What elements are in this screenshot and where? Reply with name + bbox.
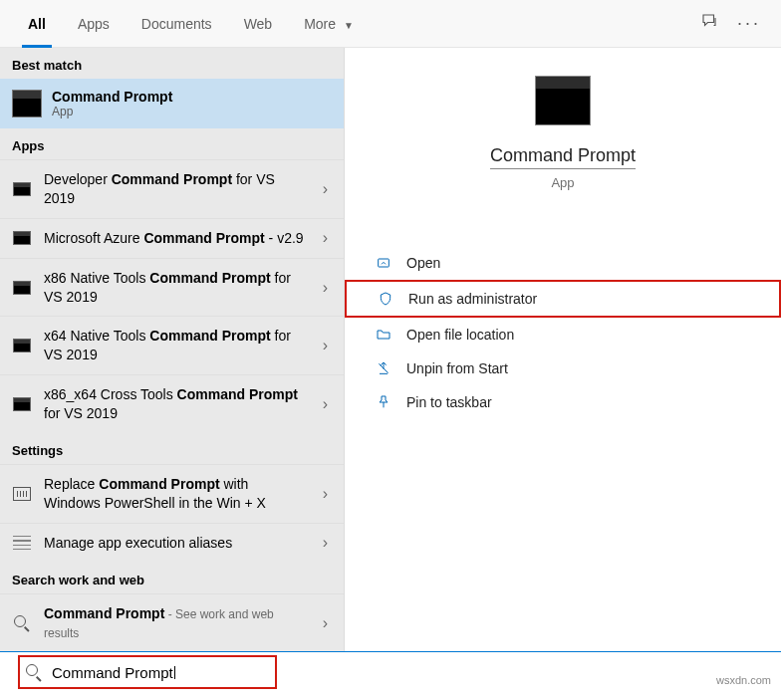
chevron-right-icon[interactable]: › (319, 534, 332, 552)
settings-result-label: Replace Command Prompt with Windows Powe… (44, 475, 307, 513)
tab-apps[interactable]: Apps (62, 0, 126, 48)
chevron-down-icon: ▼ (344, 20, 354, 31)
best-match-result[interactable]: Command Prompt App (0, 79, 344, 128)
settings-result-replace[interactable]: Replace Command Prompt with Windows Powe… (0, 464, 344, 523)
shield-icon (377, 290, 394, 308)
section-work-web: Search work and web (0, 563, 344, 593)
action-label: Pin to taskbar (406, 394, 492, 410)
search-icon (26, 664, 42, 680)
apps-result[interactable]: Developer Command Prompt for VS 2019 › (0, 159, 344, 218)
web-result-label: Command Prompt - See work and web result… (44, 604, 307, 642)
apps-result[interactable]: x64 Native Tools Command Prompt for VS 2… (0, 316, 344, 374)
open-icon (375, 254, 392, 272)
folder-icon (375, 326, 392, 344)
chevron-right-icon[interactable]: › (319, 485, 332, 503)
chevron-right-icon[interactable]: › (319, 229, 332, 247)
terminal-icon (13, 339, 31, 352)
command-prompt-icon (12, 90, 42, 117)
tab-more-label: More (304, 16, 336, 32)
apps-result-label: Microsoft Azure Command Prompt - v2.9 (44, 229, 307, 248)
chevron-right-icon[interactable]: › (319, 614, 332, 632)
action-open[interactable]: Open (345, 246, 781, 280)
web-result[interactable]: Command Prompt - See work and web result… (0, 593, 344, 642)
action-label: Open (406, 255, 440, 271)
best-match-subtitle: App (52, 105, 172, 118)
search-icon (14, 615, 30, 631)
action-pin-to-taskbar[interactable]: Pin to taskbar (345, 385, 781, 419)
terminal-icon (13, 281, 31, 295)
settings-result-label: Manage app execution aliases (44, 534, 307, 553)
search-tabs: All Apps Documents Web More ▼ ··· (0, 0, 781, 48)
pin-icon (375, 393, 392, 411)
chevron-right-icon[interactable]: › (319, 180, 332, 198)
chevron-right-icon[interactable]: › (319, 337, 332, 354)
section-settings: Settings (0, 433, 344, 464)
section-best-match: Best match (0, 48, 344, 79)
action-open-file-location[interactable]: Open file location (345, 318, 781, 351)
best-match-title: Command Prompt (52, 89, 172, 105)
apps-result[interactable]: x86_x64 Cross Tools Command Prompt for V… (0, 374, 344, 433)
preview-subtitle: App (551, 175, 574, 190)
settings-result-aliases[interactable]: Manage app execution aliases › (0, 523, 344, 563)
tab-more[interactable]: More ▼ (288, 0, 370, 48)
preview-title[interactable]: Command Prompt (490, 145, 636, 169)
results-pane: Best match Command Prompt App Apps Devel… (0, 48, 344, 651)
terminal-icon (13, 397, 31, 411)
search-input-wrapper[interactable]: Command Prompt (18, 655, 277, 689)
command-prompt-icon (535, 76, 591, 125)
action-label: Unpin from Start (406, 360, 508, 376)
preview-actions: Open Run as administrator Open file loca… (345, 246, 781, 419)
window-icon (13, 487, 31, 501)
tab-web[interactable]: Web (228, 0, 289, 48)
apps-result-label: x64 Native Tools Command Prompt for VS 2… (44, 327, 307, 364)
feedback-icon[interactable] (689, 12, 729, 35)
unpin-icon (375, 359, 392, 377)
preview-pane: Command Prompt App Open Run as administr… (344, 48, 781, 651)
apps-result[interactable]: x86 Native Tools Command Prompt for VS 2… (0, 258, 344, 317)
tab-all[interactable]: All (12, 0, 62, 48)
more-options-icon[interactable]: ··· (729, 13, 769, 34)
action-unpin-from-start[interactable]: Unpin from Start (345, 351, 781, 385)
tab-documents[interactable]: Documents (126, 0, 228, 48)
apps-result[interactable]: Microsoft Azure Command Prompt - v2.9 › (0, 218, 344, 258)
terminal-icon (13, 231, 31, 245)
terminal-icon (13, 182, 31, 196)
watermark: wsxdn.com (716, 674, 771, 686)
search-input[interactable]: Command Prompt (52, 664, 173, 681)
action-label: Open file location (406, 327, 514, 343)
apps-result-label: Developer Command Prompt for VS 2019 (44, 170, 307, 208)
list-icon (13, 536, 31, 550)
chevron-right-icon[interactable]: › (319, 279, 332, 297)
action-label: Run as administrator (408, 291, 537, 307)
chevron-right-icon[interactable]: › (319, 395, 332, 413)
action-run-as-administrator[interactable]: Run as administrator (345, 280, 781, 318)
search-bar: Command Prompt (0, 651, 781, 692)
section-apps: Apps (0, 128, 344, 159)
apps-result-label: x86_x64 Cross Tools Command Prompt for V… (44, 385, 307, 423)
apps-result-label: x86 Native Tools Command Prompt for VS 2… (44, 269, 307, 307)
